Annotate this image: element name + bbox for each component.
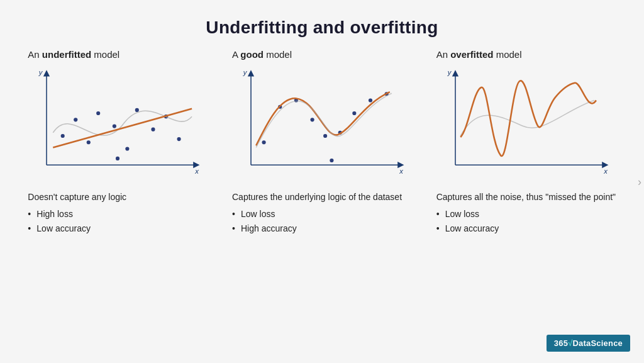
model-good-bullets: Low loss High accuracy bbox=[225, 207, 297, 235]
svg-point-27 bbox=[310, 118, 314, 121]
good-bullet-2: High accuracy bbox=[232, 221, 297, 235]
svg-point-8 bbox=[87, 140, 91, 144]
model-underfitted-title: An underfitted model bbox=[20, 49, 119, 60]
chevron-right-icon[interactable]: › bbox=[638, 175, 641, 188]
svg-marker-2 bbox=[43, 70, 50, 76]
svg-line-17 bbox=[53, 109, 192, 148]
brand-badge: 365√DataScience bbox=[547, 335, 630, 352]
svg-text:y: y bbox=[243, 69, 248, 76]
svg-point-16 bbox=[116, 157, 119, 160]
model-good-desc: Captures the underlying logic of the dat… bbox=[225, 191, 402, 203]
svg-marker-36 bbox=[452, 70, 458, 76]
model-underfitted-bullets: High loss Low accuracy bbox=[20, 207, 91, 235]
model-underfitted-desc: Doesn't capture any logic bbox=[20, 191, 126, 203]
underfitted-bullet-1: High loss bbox=[28, 207, 91, 221]
svg-text:x: x bbox=[399, 167, 403, 175]
svg-point-11 bbox=[126, 147, 130, 150]
model-good: A good model y x bbox=[225, 49, 419, 235]
page-title: Underfitting and overfitting bbox=[0, 0, 644, 38]
svg-point-30 bbox=[352, 111, 356, 115]
model-good-chart: y x bbox=[225, 65, 419, 184]
overfitted-bullet-1: Low loss bbox=[436, 207, 499, 221]
model-overfitted-bullets: Low loss Low accuracy bbox=[429, 207, 499, 235]
svg-point-10 bbox=[113, 124, 116, 128]
model-overfitted-chart: y x bbox=[429, 65, 624, 184]
svg-point-9 bbox=[96, 111, 100, 115]
model-overfitted-desc: Captures all the noise, thus "missed the… bbox=[429, 191, 616, 203]
good-bullet-1: Low loss bbox=[232, 207, 297, 221]
svg-text:x: x bbox=[603, 167, 608, 175]
svg-point-7 bbox=[74, 118, 77, 121]
svg-point-15 bbox=[177, 137, 181, 141]
svg-point-13 bbox=[152, 128, 155, 131]
svg-point-31 bbox=[369, 98, 372, 102]
model-overfitted: An overfitted model y x Captures all the… bbox=[429, 49, 624, 235]
svg-point-24 bbox=[262, 140, 265, 144]
svg-text:x: x bbox=[195, 167, 199, 175]
models-container: An underfitted model y x bbox=[0, 38, 644, 235]
model-overfitted-title: An overfitted model bbox=[429, 49, 522, 60]
model-underfitted-chart: y x bbox=[20, 65, 215, 184]
svg-point-33 bbox=[330, 159, 333, 162]
svg-point-28 bbox=[323, 134, 327, 138]
svg-text:y: y bbox=[447, 69, 452, 76]
svg-text:y: y bbox=[38, 69, 43, 76]
svg-marker-20 bbox=[248, 70, 254, 76]
svg-point-6 bbox=[61, 134, 65, 138]
underfitted-bullet-2: Low accuracy bbox=[28, 221, 91, 235]
svg-point-12 bbox=[135, 108, 139, 112]
overfitted-bullet-2: Low accuracy bbox=[436, 221, 499, 235]
model-underfitted: An underfitted model y x bbox=[20, 49, 215, 235]
model-good-title: A good model bbox=[225, 49, 292, 60]
